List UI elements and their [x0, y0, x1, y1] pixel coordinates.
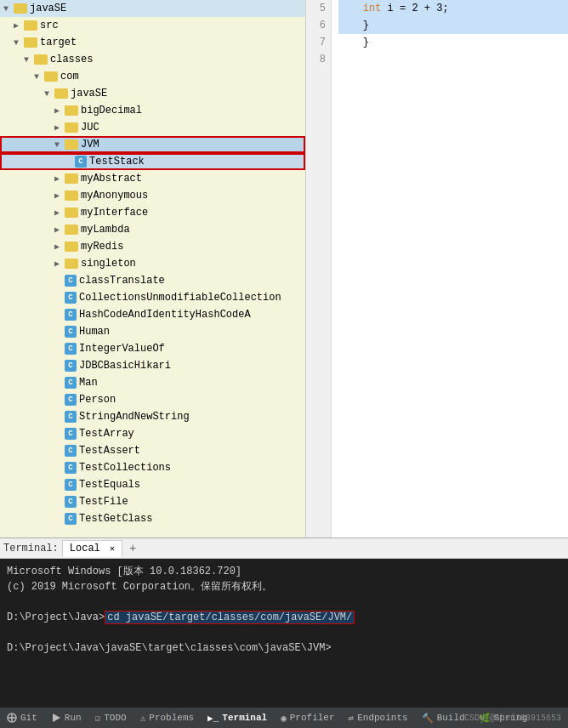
status-todo[interactable]: ☑ TODO [95, 713, 127, 724]
status-profiler-label: Profiler [290, 713, 335, 723]
terminal-add-button[interactable]: + [124, 542, 141, 555]
label-myAnonymous: myAnonymous [81, 190, 148, 202]
label-com: com [60, 71, 79, 82]
tree-item-TestAssert[interactable]: ▶ C TestAssert [0, 442, 305, 459]
tree-item-JDBCBasicHikari[interactable]: ▶ C JDBCBasicHikari [0, 357, 305, 374]
tree-item-myLambda[interactable]: ▶ myLambda [0, 221, 305, 238]
tree-item-TestCollections[interactable]: ▶ C TestCollections [0, 459, 305, 476]
terminal-label: Terminal: [3, 543, 59, 555]
tree-item-TestArray[interactable]: ▶ C TestArray [0, 425, 305, 442]
tree-item-TestEquals[interactable]: ▶ C TestEquals [0, 476, 305, 493]
status-problems-label: Problems [149, 713, 194, 723]
status-endpoints[interactable]: ⇌ Endpoints [349, 713, 408, 724]
label-TestGetClass: TestGetClass [79, 513, 152, 525]
tree-item-myAbstract[interactable]: ▶ myAbstract [0, 170, 305, 187]
tree-item-IntegerValueOf[interactable]: ▶ C IntegerValueOf [0, 340, 305, 357]
tree-item-myRedis[interactable]: ▶ myRedis [0, 238, 305, 255]
tree-item-Man[interactable]: ▶ C Man [0, 374, 305, 391]
terminal-text-2: (c) 2019 Microsoft Corporation。保留所有权利。 [7, 581, 272, 593]
class-icon-IntegerValueOf: C [65, 343, 77, 355]
label-collections-unmodifiable: CollectionsUnmodifiableCollection [79, 292, 281, 304]
status-problems[interactable]: ⚠ Problems [140, 713, 194, 724]
tree-item-bigDecimal[interactable]: ▶ bigDecimal [0, 102, 305, 119]
class-icon-StringAndNewString: C [65, 411, 77, 423]
arrow-singleton: ▶ [54, 259, 65, 269]
status-profiler[interactable]: ◉ Profiler [281, 713, 334, 724]
class-icon-TestCollections: C [65, 462, 77, 474]
label-javaSE: javaSE [30, 3, 66, 14]
status-build[interactable]: 🔨 Build [422, 713, 465, 724]
class-icon-TestArray: C [65, 428, 77, 440]
tree-item-TestGetClass[interactable]: ▶ C TestGetClass [0, 510, 305, 527]
status-run-label: Run [65, 713, 82, 723]
tree-item-collections-unmodifiable[interactable]: ▶ C CollectionsUnmodifiableCollection [0, 289, 305, 306]
label-TestStack: TestStack [89, 156, 145, 168]
run-icon [51, 713, 61, 723]
tree-item-javaSE-pkg[interactable]: ▼ javaSE [0, 85, 305, 102]
class-icon-TestEquals: C [65, 479, 77, 491]
tree-item-TestStack[interactable]: ▶ C TestStack [0, 153, 305, 170]
label-Man: Man [79, 377, 98, 389]
git-icon [7, 713, 17, 723]
tree-item-JVM[interactable]: ▼ JVM [0, 136, 305, 153]
tree-item-Human[interactable]: ▶ C Human [0, 323, 305, 340]
tree-item-TestFile[interactable]: ▶ C TestFile [0, 493, 305, 510]
tree-item-Person[interactable]: ▶ C Person [0, 391, 305, 408]
terminal-tab-close[interactable]: ✕ [110, 544, 115, 554]
tree-item-JUC[interactable]: ▶ JUC [0, 119, 305, 136]
tree-item-classes[interactable]: ▼ classes [0, 51, 305, 68]
class-icon-TestGetClass: C [65, 513, 77, 525]
class-icon-collections-unmodifiable: C [65, 292, 77, 304]
label-classTranslate: classTranslate [79, 275, 165, 287]
tree-item-myInterface[interactable]: ▶ myInterface [0, 204, 305, 221]
tree-item-StringAndNewString[interactable]: ▶ C StringAndNewString [0, 408, 305, 425]
tree-item-hashcode-identity[interactable]: ▶ C HashCodeAndIdentityHashCodeA [0, 306, 305, 323]
label-TestCollections: TestCollections [79, 462, 171, 474]
status-run[interactable]: Run [51, 713, 82, 723]
arrow-classes: ▼ [24, 55, 34, 65]
code-content: 5 6 7 8 int i = 2 + 3; } } [306, 0, 568, 537]
arrow-bigDecimal: ▶ [54, 105, 65, 116]
arrow-myAbstract: ▶ [54, 173, 65, 184]
class-icon-Man: C [65, 377, 77, 389]
terminal-tab-local[interactable]: Local ✕ [62, 540, 122, 557]
terminal-line-6: D:\Project\Java\javaSE\target\classes\co… [7, 640, 561, 656]
terminal-text-1: Microsoft Windows [版本 10.0.18362.720] [7, 566, 241, 577]
label-JDBCBasicHikari: JDBCBasicHikari [79, 360, 171, 372]
status-todo-label: TODO [104, 713, 126, 723]
terminal-prompt-2: D:\Project\Java\javaSE\target\classes\co… [7, 642, 332, 654]
code-lines[interactable]: int i = 2 + 3; } } [332, 0, 568, 537]
label-myLambda: myLambda [81, 224, 130, 236]
tree-item-myAnonymous[interactable]: ▶ myAnonymous [0, 187, 305, 204]
label-myRedis: myRedis [81, 241, 123, 253]
status-terminal-label: Terminal [222, 713, 267, 723]
tree-item-com[interactable]: ▼ com [0, 68, 305, 85]
status-terminal[interactable]: ▶_ Terminal [207, 713, 267, 724]
arrow-myRedis: ▶ [54, 242, 65, 252]
label-myInterface: myInterface [81, 207, 148, 219]
label-classes: classes [50, 54, 93, 65]
arrow-JUC: ▶ [54, 122, 65, 133]
line-num-7: 7 [311, 34, 326, 51]
arrow-myLambda: ▶ [54, 225, 65, 235]
tree-item-src[interactable]: ▶ src [0, 17, 305, 34]
arrow-JVM: ▼ [54, 140, 65, 150]
line-num-5: 5 [311, 0, 326, 17]
code-line-8 [338, 51, 568, 68]
tree-item-singleton[interactable]: ▶ singleton [0, 255, 305, 272]
project-tree: ▼ javaSE ▶ src ▼ target ▼ classes ▼ com [0, 0, 306, 537]
line-num-8: 8 [311, 51, 326, 68]
code-line-5: int i = 2 + 3; [338, 0, 568, 17]
terminal-icon: ▶_ [207, 713, 219, 724]
label-javaSE-pkg: javaSE [71, 88, 107, 100]
status-git[interactable]: Git [7, 713, 37, 723]
class-icon-Person: C [65, 394, 77, 406]
build-icon: 🔨 [422, 713, 434, 724]
terminal-prompt-1: D:\Project\Java> [7, 611, 105, 623]
tree-item-javaSE[interactable]: ▼ javaSE [0, 0, 305, 17]
watermark: CSDN @chen183915653 [464, 714, 561, 723]
terminal-content[interactable]: Microsoft Windows [版本 10.0.18362.720] (c… [0, 559, 568, 708]
tree-item-classTranslate[interactable]: ▶ C classTranslate [0, 272, 305, 289]
tree-item-target[interactable]: ▼ target [0, 34, 305, 51]
class-icon-Human: C [65, 326, 77, 338]
